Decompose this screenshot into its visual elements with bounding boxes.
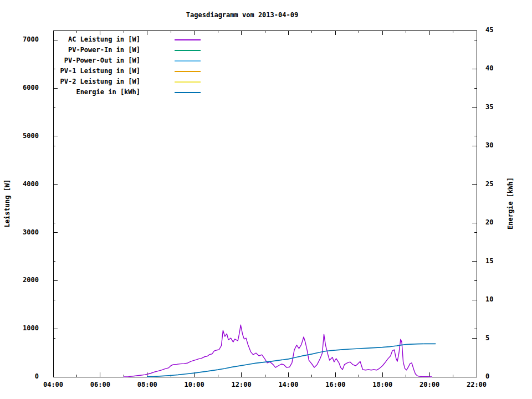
y-right-tick-label: 5 — [485, 335, 489, 342]
legend-line-swatch — [175, 50, 201, 51]
y-left-tick-label: 6000 — [0, 84, 39, 91]
y-right-tick-label: 40 — [485, 65, 493, 72]
y-left-tick-label: 5000 — [0, 132, 39, 140]
legend-line-swatch — [175, 81, 201, 83]
legend-item: PV-Power-Out in [W] — [0, 57, 532, 65]
chart-title: Tagesdiagramm vom 2013-04-09 — [104, 12, 381, 19]
x-tick-label: 18:00 — [363, 381, 402, 388]
x-tick-label: 08:00 — [128, 381, 167, 388]
ac-leistung-line — [124, 325, 432, 377]
y-right-tick-label: 20 — [485, 219, 493, 226]
x-tick-label: 20:00 — [410, 381, 449, 388]
y-left-tick-label: 0 — [0, 373, 39, 380]
y-left-tick-label: 7000 — [0, 36, 39, 43]
x-tick-label: 16:00 — [316, 381, 355, 388]
legend-label: Energie in [kWh] — [76, 89, 140, 96]
y-right-tick-label: 30 — [485, 142, 493, 149]
legend-item: AC Leistung in [W] — [0, 36, 532, 44]
legend-line-swatch — [175, 60, 201, 62]
legend-label: AC Leistung in [W] — [68, 36, 140, 43]
legend-item: PV-2 Leistung in [W] — [0, 78, 532, 86]
x-tick-label: 14:00 — [269, 381, 308, 388]
y-left-tick-label: 2000 — [0, 277, 39, 284]
legend-line-swatch — [175, 71, 201, 72]
energie-line — [147, 344, 436, 376]
y-left-tick-label: 3000 — [0, 229, 39, 236]
x-tick-label: 12:00 — [222, 381, 261, 388]
y-right-tick-label: 25 — [485, 181, 493, 188]
y-left-tick-label: 1000 — [0, 325, 39, 332]
x-tick-label: 22:00 — [457, 381, 496, 388]
legend-label: PV-Power-In in [W] — [68, 47, 140, 54]
legend-label: PV-Power-Out in [W] — [64, 57, 140, 64]
legend-label: PV-2 Leistung in [W] — [60, 78, 141, 85]
legend-item: PV-1 Leistung in [W] — [0, 68, 532, 75]
tagesdiagramm-chart: Tagesdiagramm vom 2013-04-09 Leistung [W… — [0, 0, 532, 399]
y-right-tick-label: 45 — [485, 27, 493, 34]
legend-line-swatch — [175, 92, 201, 93]
y-right-tick-label: 10 — [485, 296, 493, 303]
legend-item: PV-Power-In in [W] — [0, 47, 532, 54]
legend-line-swatch — [175, 39, 201, 40]
y-right-tick-label: 15 — [485, 258, 493, 265]
legend-label: PV-1 Leistung in [W] — [60, 68, 141, 75]
legend-item: Energie in [kWh] — [0, 89, 532, 96]
x-tick-label: 04:00 — [34, 381, 73, 388]
y-right-tick-label: 0 — [485, 373, 489, 380]
x-tick-label: 06:00 — [81, 381, 120, 388]
y-left-tick-label: 4000 — [0, 181, 39, 188]
y-right-tick-label: 35 — [485, 104, 493, 111]
x-tick-label: 10:00 — [175, 381, 214, 388]
y-right-axis-title: Energie [kWh] — [507, 177, 514, 229]
